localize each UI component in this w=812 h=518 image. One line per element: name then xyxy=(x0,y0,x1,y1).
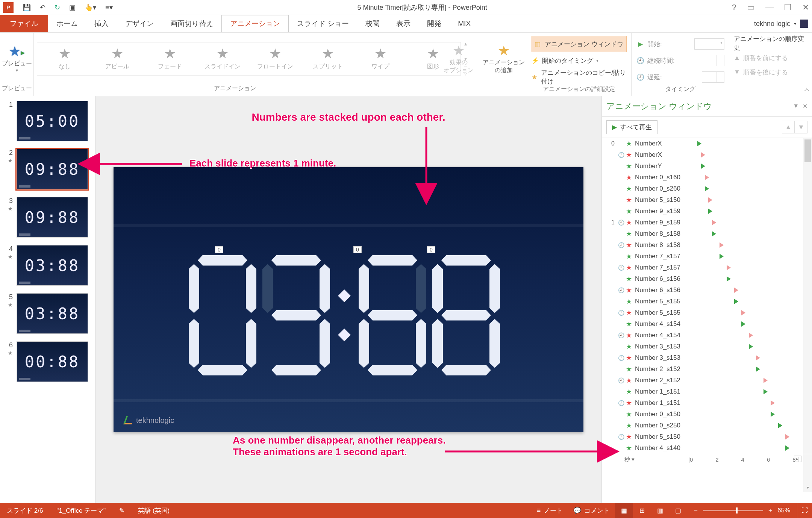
tab-アニメーション[interactable]: アニメーション xyxy=(221,15,289,32)
tab-表示[interactable]: 表示 xyxy=(388,15,419,32)
animation-pane-button[interactable]: ▥ アニメーション ウィンドウ xyxy=(531,36,627,52)
tab-挿入[interactable]: 挿入 xyxy=(86,15,117,32)
animation-list[interactable]: 0★NumberX★NumberX★NumberY★Number 0_s160★… xyxy=(602,138,812,503)
touchmode-icon[interactable]: 👆▾ xyxy=(85,3,96,12)
normal-view-icon[interactable]: ▦ xyxy=(615,503,633,518)
animation-item[interactable]: ★Number 2_s152 xyxy=(602,364,812,375)
slide-thumbnail[interactable]: 03:88 xyxy=(17,245,88,286)
thumbnail-row[interactable]: 3★09:88 xyxy=(4,197,91,238)
slide-thumbnail[interactable]: 09:88 xyxy=(17,197,88,238)
animation-item[interactable]: ★Number 4_s154 xyxy=(602,330,812,341)
scroll-thumb[interactable] xyxy=(804,139,811,162)
digit-ones-minutes[interactable] xyxy=(262,255,330,376)
qa-menu-icon[interactable]: ≡▾ xyxy=(105,3,113,12)
play-all-button[interactable]: ▶すべて再生 xyxy=(606,120,657,134)
slide-thumbnails-pane[interactable]: 105:002★09:883★09:884★03:885★03:886★00:8… xyxy=(0,96,95,503)
tab-デザイン[interactable]: デザイン xyxy=(117,15,162,32)
tab-画面切り替え[interactable]: 画面切り替え xyxy=(162,15,221,32)
start-dropdown[interactable] xyxy=(694,38,724,50)
pane-menu-icon[interactable]: ▼ xyxy=(793,103,799,110)
help-icon[interactable]: ? xyxy=(732,3,736,12)
delay-spinner[interactable] xyxy=(702,71,717,83)
zoom-out-icon[interactable]: − xyxy=(694,507,698,514)
signin-name[interactable]: tekhno logic xyxy=(754,20,790,28)
thumbnail-row[interactable]: 6★00:88 xyxy=(4,341,91,382)
move-down-icon[interactable]: ▼ xyxy=(795,121,807,133)
tab-校閲[interactable]: 校閲 xyxy=(357,15,388,32)
digit-ones-seconds[interactable]: 0 xyxy=(432,255,500,376)
animation-item[interactable]: ★Number 0_s150 xyxy=(602,409,812,420)
digit-tens-minutes[interactable]: 0 xyxy=(189,255,256,376)
move-earlier-button[interactable]: ▲順番を前にする xyxy=(734,51,807,65)
tab-ホーム[interactable]: ホーム xyxy=(48,15,86,32)
slide-thumbnail[interactable]: 09:88 xyxy=(17,149,88,189)
animation-item[interactable]: ★Number 1_s151 xyxy=(602,386,812,397)
animation-item[interactable]: ★Number 5_s150 xyxy=(602,194,812,206)
slideshow-view-icon[interactable]: ▢ xyxy=(669,503,687,518)
zoom-value[interactable]: 65% xyxy=(777,507,790,514)
thumbnail-row[interactable]: 5★03:88 xyxy=(4,293,91,334)
animation-item[interactable]: ★Number 1_s151 xyxy=(602,397,812,409)
status-theme[interactable]: "1_Office テーマ" xyxy=(50,506,112,515)
slide-thumbnail[interactable]: 00:88 xyxy=(17,341,88,382)
status-language[interactable]: 英語 (英国) xyxy=(131,506,176,515)
animation-item[interactable]: ★Number 3_s153 xyxy=(602,352,812,364)
gallery-item-アピール[interactable]: ★アピール xyxy=(97,47,138,71)
comments-button[interactable]: 💬コメント xyxy=(568,506,615,515)
animation-item[interactable]: ★Number 5_s155 xyxy=(602,307,812,318)
minimize-icon[interactable]: — xyxy=(765,3,774,12)
animation-item[interactable]: 0★NumberX xyxy=(602,138,812,149)
notes-button[interactable]: ≡ノート xyxy=(532,506,568,515)
timing-delay[interactable]: 🕘 遅延: xyxy=(636,69,724,85)
animation-item[interactable]: ★NumberX xyxy=(602,149,812,161)
animation-item[interactable]: ★Number 3_s153 xyxy=(602,341,812,352)
pane-close-icon[interactable]: ✕ xyxy=(803,103,807,110)
slide-thumbnail[interactable]: 05:00 xyxy=(17,101,88,141)
thumbnail-row[interactable]: 2★09:88 xyxy=(4,149,91,189)
gallery-item-スプリット[interactable]: ★スプリット xyxy=(307,47,348,71)
animation-item[interactable]: ★Number 9_s159 xyxy=(602,206,812,217)
slideshow-icon[interactable]: ▣ xyxy=(69,3,76,12)
slide-canvas[interactable]: 0 0 0 tekhnologic xyxy=(114,167,583,432)
move-later-button[interactable]: ▼順番を後にする xyxy=(734,65,807,79)
redo-icon[interactable]: ↻ xyxy=(55,3,60,12)
maximize-icon[interactable]: ❐ xyxy=(784,3,792,12)
animation-item[interactable]: ★Number 5_s150 xyxy=(602,431,812,442)
scrollbar[interactable]: ▴ ▾ xyxy=(803,138,812,492)
animation-item[interactable]: ★Number 4_s140 xyxy=(602,442,812,454)
duration-spinner[interactable] xyxy=(702,55,717,66)
tab-スライド ショー[interactable]: スライド ショー xyxy=(289,15,357,32)
tab-MIX[interactable]: MIX xyxy=(450,15,479,32)
animation-item[interactable]: ★Number 4_s154 xyxy=(602,318,812,330)
axis-expand-icon[interactable]: ▸| xyxy=(794,456,801,462)
thumbnail-row[interactable]: 4★03:88 xyxy=(4,245,91,286)
animation-painter-button[interactable]: ★ アニメーションのコピー/貼り付け xyxy=(531,69,627,85)
animation-item[interactable]: ★NumberY xyxy=(602,161,812,172)
undo-icon[interactable]: ↶ xyxy=(40,3,45,12)
animation-item[interactable]: ★Number 0_s260 xyxy=(602,183,812,194)
scroll-down-icon[interactable]: ▾ xyxy=(803,483,812,492)
animation-item[interactable]: ★Number 2_s152 xyxy=(602,375,812,386)
slide-editor[interactable]: 0 0 0 tekhnologic xyxy=(95,96,601,503)
animation-item[interactable]: ★Number 8_s158 xyxy=(602,228,812,239)
zoom-in-icon[interactable]: + xyxy=(768,507,772,514)
collapse-ribbon-icon[interactable]: ㅅ xyxy=(804,86,810,94)
slide-thumbnail[interactable]: 03:88 xyxy=(17,293,88,334)
tab-開発[interactable]: 開発 xyxy=(419,15,450,32)
thumbnail-row[interactable]: 105:00 xyxy=(4,101,91,141)
sorter-view-icon[interactable]: ⊞ xyxy=(633,503,651,518)
ribbon-toggle-icon[interactable]: ▭ xyxy=(747,3,755,12)
gallery-item-フロートイン[interactable]: ★フロートイン xyxy=(255,47,296,71)
tab-file[interactable]: ファイル xyxy=(0,15,48,32)
save-icon[interactable]: 💾 xyxy=(23,3,31,12)
gallery-item-フェード[interactable]: ★フェード xyxy=(149,47,191,71)
move-up-icon[interactable]: ▲ xyxy=(782,121,795,133)
fit-window-icon[interactable]: ⛶ xyxy=(797,503,812,518)
animation-item[interactable]: ★Number 5_s155 xyxy=(602,296,812,307)
animation-item[interactable]: ★Number 6_s156 xyxy=(602,273,812,285)
timing-duration[interactable]: 🕘 継続時間: xyxy=(636,52,724,69)
digit-tens-seconds[interactable]: 0 xyxy=(359,255,426,376)
timing-start[interactable]: ▶ 開始: xyxy=(636,36,724,52)
gallery-item-スライドイン[interactable]: ★スライドイン xyxy=(202,47,243,71)
spellcheck-icon[interactable]: ✎ xyxy=(112,507,131,515)
